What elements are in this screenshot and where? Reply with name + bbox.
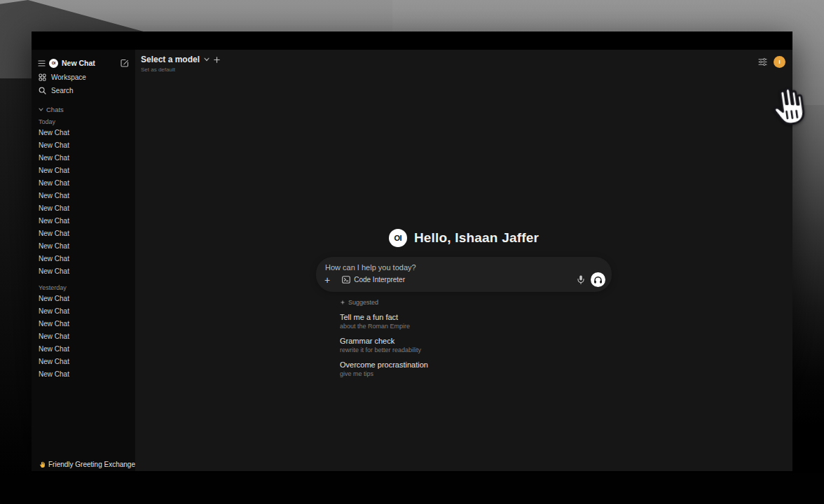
chat-group-label: Yesterday: [32, 284, 135, 291]
sidebar-item-workspace[interactable]: Workspace: [32, 71, 135, 84]
suggested-item-title: Grammar check: [340, 337, 612, 345]
chat-list-item[interactable]: New Chat: [32, 164, 135, 177]
suggested-item-subtitle: about the Roman Empire: [340, 323, 612, 330]
sparkle-icon: [340, 300, 345, 306]
wave-emoji: [39, 461, 46, 468]
chat-list-item[interactable]: New Chat: [32, 190, 135, 202]
app-body: OI New Chat Workspace Search: [32, 50, 792, 471]
suggested-header: Suggested: [340, 299, 612, 306]
input-toolbar: + Code Interpreter: [324, 272, 605, 287]
code-interpreter-toggle[interactable]: Code Interpreter: [342, 276, 405, 284]
chat-list-item[interactable]: New Chat: [32, 265, 135, 278]
message-input-placeholder: How can I help you today?: [325, 263, 416, 272]
suggested-item[interactable]: Grammar checkrewrite it for better reada…: [340, 337, 612, 354]
suggested-label: Suggested: [348, 299, 378, 306]
chat-list-item[interactable]: New Chat: [32, 305, 135, 318]
chevron-down-icon: [39, 108, 43, 111]
microphone-icon[interactable]: [577, 275, 584, 284]
suggested-list: Tell me a fun factabout the Roman Empire…: [340, 313, 612, 377]
main-area: Select a model Set as default I: [135, 50, 792, 471]
chat-list-item[interactable]: New Chat: [32, 318, 135, 330]
attach-plus-icon[interactable]: +: [324, 275, 330, 285]
sidebar-item-label: Workspace: [51, 74, 86, 81]
chat-group-label: Today: [32, 118, 135, 125]
sidebar-toggle-icon[interactable]: [38, 60, 46, 66]
suggested-item[interactable]: Overcome procrastinationgive me tips: [340, 360, 612, 377]
sidebar-header: OI New Chat: [32, 55, 135, 71]
chat-list-item[interactable]: New Chat: [32, 343, 135, 356]
suggested-section: Suggested Tell me a fun factabout the Ro…: [316, 299, 612, 377]
chat-list-item-special[interactable]: Friendly Greeting Exchange: [32, 458, 135, 471]
backdrop-bottom-strip: [0, 473, 824, 504]
header-right-controls: I: [758, 56, 785, 68]
model-selector-label: Select a model: [141, 55, 200, 64]
suggested-item-title: Overcome procrastination: [340, 360, 612, 369]
chat-groups: TodayNew ChatNew ChatNew ChatNew ChatNew…: [32, 113, 135, 458]
chat-list-item[interactable]: New Chat: [32, 356, 135, 368]
new-chat-icon[interactable]: [121, 59, 129, 67]
greeting-text: Hello, Ishaan Jaffer: [414, 230, 539, 246]
chats-section-label: Chats: [46, 106, 64, 113]
sidebar-item-label: Search: [51, 87, 74, 94]
suggested-item-title: Tell me a fun fact: [340, 313, 612, 321]
voice-call-button[interactable]: [591, 272, 605, 287]
code-interpreter-label: Code Interpreter: [354, 276, 405, 284]
sidebar: OI New Chat Workspace Search: [32, 50, 135, 471]
chat-list-item[interactable]: New Chat: [32, 330, 135, 343]
search-icon: [39, 87, 46, 94]
chat-list-item[interactable]: New Chat: [32, 368, 135, 381]
chat-list-item[interactable]: New Chat: [32, 215, 135, 227]
center-column: OI Hello, Ishaan Jaffer How can I help y…: [316, 229, 612, 377]
model-selector-block: Select a model Set as default: [141, 55, 220, 73]
sidebar-title: New Chat: [62, 59, 117, 67]
chat-list-item[interactable]: New Chat: [32, 202, 135, 215]
chat-list-item[interactable]: New Chat: [32, 177, 135, 190]
backdrop-left-strip: [0, 78, 32, 504]
add-model-icon[interactable]: [214, 57, 220, 63]
chat-list-item[interactable]: New Chat: [32, 253, 135, 265]
chat-list-item[interactable]: New Chat: [32, 293, 135, 305]
set-as-default-link[interactable]: Set as default: [141, 66, 220, 73]
model-selector[interactable]: Select a model: [141, 55, 220, 64]
grid-icon: [39, 74, 46, 81]
suggested-item[interactable]: Tell me a fun factabout the Roman Empire: [340, 313, 612, 330]
chat-list-item[interactable]: New Chat: [32, 127, 135, 139]
sidebar-item-search[interactable]: Search: [32, 84, 135, 97]
chat-list-item-label: Friendly Greeting Exchange: [48, 461, 135, 468]
suggested-item-subtitle: rewrite it for better readability: [340, 346, 612, 354]
chat-list-item[interactable]: New Chat: [32, 152, 135, 164]
app-logo-large: OI: [389, 229, 407, 247]
message-input[interactable]: How can I help you today? + Code Interpr…: [316, 257, 612, 292]
main-header: Select a model Set as default I: [135, 50, 792, 82]
chat-list-item[interactable]: New Chat: [32, 240, 135, 253]
app-window: OI New Chat Workspace Search: [32, 31, 792, 471]
user-avatar[interactable]: I: [774, 56, 785, 68]
headphones-icon: [593, 276, 603, 284]
window-top-strip: [32, 31, 792, 50]
code-interpreter-icon: [342, 276, 350, 284]
chat-list-item[interactable]: New Chat: [32, 227, 135, 240]
app-logo: OI: [49, 59, 58, 68]
chevron-down-icon: [204, 57, 210, 62]
chat-list-item[interactable]: New Chat: [32, 139, 135, 152]
suggested-item-subtitle: give me tips: [340, 370, 612, 377]
greeting-row: OI Hello, Ishaan Jaffer: [316, 229, 612, 247]
controls-sliders-icon[interactable]: [758, 58, 767, 66]
chats-section-header[interactable]: Chats: [39, 106, 128, 113]
